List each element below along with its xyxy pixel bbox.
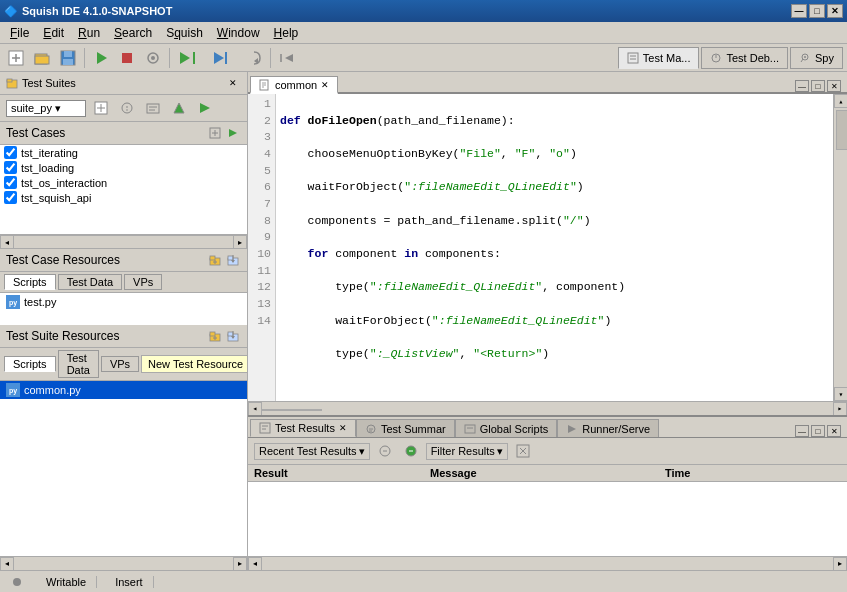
menu-squish[interactable]: Squish — [160, 24, 209, 42]
tc-add-btn[interactable] — [207, 125, 223, 141]
ts-tab-scripts[interactable]: Scripts — [4, 356, 56, 372]
suite-tool-4[interactable] — [168, 97, 190, 119]
menu-window[interactable]: Window — [211, 24, 266, 42]
tc-checkbox-3[interactable] — [4, 176, 17, 189]
toolbar-tab-testmanager[interactable]: Test Ma... — [618, 47, 700, 69]
status-icon[interactable] — [6, 571, 28, 593]
bottom-tab-runner[interactable]: Runner/Serve — [557, 419, 659, 437]
suite-tool-3[interactable] — [142, 97, 164, 119]
results-tool-2[interactable] — [400, 440, 422, 462]
tc-resource-filename: test.py — [24, 296, 56, 308]
bottom-tab-globalscripts[interactable]: Global Scripts — [455, 419, 557, 437]
toolbar-tab-testdebug[interactable]: Test Deb... — [701, 47, 788, 69]
menu-help[interactable]: Help — [268, 24, 305, 42]
toolbar-build-button[interactable] — [89, 47, 113, 69]
toolbar-back-button[interactable] — [275, 47, 299, 69]
bottom-tab-close[interactable]: ✕ — [339, 423, 347, 433]
code-scroll-down[interactable]: ▾ — [834, 387, 847, 401]
tc-resource-item[interactable]: py test.py — [0, 293, 247, 311]
tc-scroll-left[interactable]: ◂ — [0, 235, 14, 249]
menu-edit[interactable]: Edit — [37, 24, 70, 42]
tc-resource-list: py test.py — [0, 293, 247, 325]
svg-rect-57 — [228, 332, 233, 336]
bottom-tab-testsummary[interactable]: Test Summar — [356, 419, 455, 437]
test-case-item: tst_squish_api — [0, 190, 247, 205]
toolbar-save-button[interactable] — [56, 47, 80, 69]
ts-scroll-right[interactable]: ▸ — [233, 557, 247, 571]
tc-label-3: tst_os_interaction — [21, 177, 107, 189]
py-file-icon: py — [6, 295, 20, 309]
editor-tab-close[interactable]: ✕ — [321, 80, 329, 90]
tcr-add-btn[interactable] — [207, 252, 223, 268]
tc-resource-tabs: Scripts Test Data VPs — [0, 272, 247, 293]
results-scroll-right[interactable]: ▸ — [833, 557, 847, 571]
svg-point-34 — [126, 109, 128, 111]
toolbar-run-button[interactable] — [174, 47, 206, 69]
code-scroll-hleft[interactable]: ◂ — [248, 402, 262, 416]
left-panel: Test Suites ✕ suite_py ▾ — [0, 72, 248, 570]
svg-rect-9 — [122, 53, 132, 63]
ts-hscroll: ◂ ▸ — [0, 556, 247, 570]
toolbar-step-button[interactable] — [208, 47, 240, 69]
toolbar-stop-button[interactable] — [115, 47, 139, 69]
tc-run-btn[interactable] — [225, 125, 241, 141]
editor-minimize-btn[interactable]: — — [795, 80, 809, 92]
suite-tool-1[interactable] — [90, 97, 112, 119]
code-scroll-up[interactable]: ▴ — [834, 94, 847, 108]
maximize-button[interactable]: □ — [809, 4, 825, 18]
bottom-minimize-btn[interactable]: — — [795, 425, 809, 437]
bottom-tab-summary-label: Test Summar — [381, 423, 446, 435]
tcr-import-btn[interactable] — [225, 252, 241, 268]
toolbar-tab-spy[interactable]: Spy — [790, 47, 843, 69]
results-scroll-left[interactable]: ◂ — [248, 557, 262, 571]
suite-dropdown[interactable]: suite_py ▾ — [6, 100, 86, 117]
tc-tab-vps[interactable]: VPs — [124, 274, 162, 290]
filter-results-dropdown[interactable]: Filter Results ▾ — [426, 443, 508, 460]
tc-tab-scripts[interactable]: Scripts — [4, 274, 56, 290]
tsr-import-btn[interactable] — [225, 328, 241, 344]
tc-label-4: tst_squish_api — [21, 192, 91, 204]
code-scroll-hright[interactable]: ▸ — [833, 402, 847, 416]
ts-tab-vps[interactable]: VPs — [101, 356, 139, 372]
tc-checkbox-1[interactable] — [4, 146, 17, 159]
toolbar-new-button[interactable] — [4, 47, 28, 69]
code-scroll-thumb[interactable] — [836, 110, 847, 150]
menu-search[interactable]: Search — [108, 24, 158, 42]
bottom-maximize-btn[interactable]: □ — [811, 425, 825, 437]
tc-checkbox-2[interactable] — [4, 161, 17, 174]
ts-scroll-left[interactable]: ◂ — [0, 557, 14, 571]
py-file-icon-2: py — [6, 383, 20, 397]
svg-marker-39 — [200, 103, 210, 113]
tc-tab-testdata[interactable]: Test Data — [58, 274, 122, 290]
bottom-close-btn[interactable]: ✕ — [827, 425, 841, 437]
menu-run[interactable]: Run — [72, 24, 106, 42]
toolbar-open-button[interactable] — [30, 47, 54, 69]
suite-tool-5[interactable] — [194, 97, 216, 119]
bottom-toolbar: Recent Test Results ▾ Filter Results ▾ — [248, 438, 847, 465]
filter-tool-1[interactable] — [512, 440, 534, 462]
toolbar-settings-button[interactable] — [141, 47, 165, 69]
code-text[interactable]: def doFileOpen(path_and_filename): choos… — [276, 94, 833, 401]
ts-tab-testdata[interactable]: Test Data — [58, 350, 99, 378]
menu-file[interactable]: File — [4, 24, 35, 42]
tc-scroll-right[interactable]: ▸ — [233, 235, 247, 249]
editor-close-btn[interactable]: ✕ — [827, 80, 841, 92]
ts-resource-item-selected[interactable]: py common.py — [0, 381, 247, 399]
code-vscroll[interactable]: ▴ ▾ — [833, 94, 847, 401]
bottom-tab-testresults[interactable]: Test Results ✕ — [250, 419, 356, 437]
tsr-add-btn[interactable] — [207, 328, 223, 344]
results-tool-1[interactable] — [374, 440, 396, 462]
svg-marker-72 — [568, 425, 576, 433]
editor-maximize-btn[interactable]: □ — [811, 80, 825, 92]
recent-results-dropdown[interactable]: Recent Test Results ▾ — [254, 443, 370, 460]
bottom-tabs-row: Test Results ✕ Test Summar Global Script… — [248, 417, 847, 438]
minimize-button[interactable]: — — [791, 4, 807, 18]
editor-tab-common[interactable]: common ✕ — [250, 76, 338, 94]
new-test-resource-tooltip[interactable]: New Test Resource — [141, 355, 248, 373]
suite-tool-2[interactable] — [116, 97, 138, 119]
close-button[interactable]: ✕ — [827, 4, 843, 18]
test-suites-close-btn[interactable]: ✕ — [225, 75, 241, 91]
toolbar-stepover-button[interactable] — [242, 47, 266, 69]
tc-checkbox-4[interactable] — [4, 191, 17, 204]
test-cases-label: Test Cases — [6, 126, 65, 140]
